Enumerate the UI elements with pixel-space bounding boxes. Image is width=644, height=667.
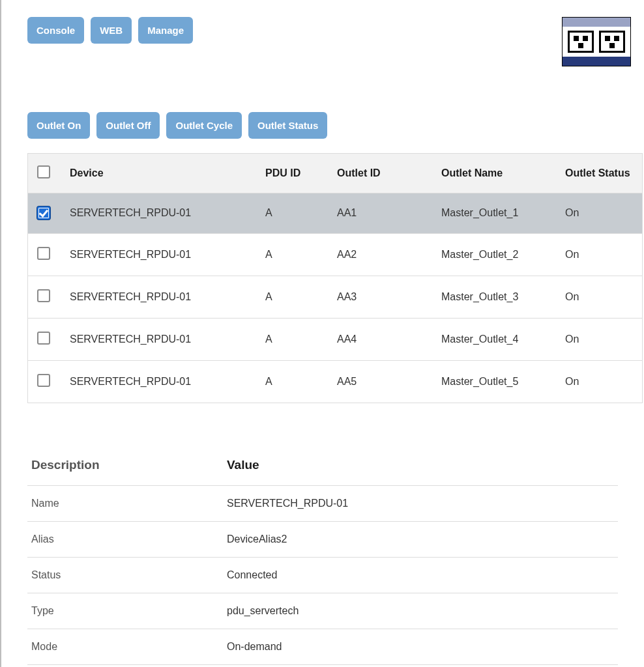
cell-outlet-id: AA1 [337, 207, 357, 218]
desc-value: SERVERTECH_RPDU-01 [227, 498, 348, 509]
desc-row: Name SERVERTECH_RPDU-01 [27, 485, 618, 521]
row-checkbox[interactable] [37, 206, 50, 220]
col-outlet-status: Outlet Status [565, 167, 630, 178]
desc-key: Name [31, 498, 59, 509]
desc-header-key: Description [31, 458, 100, 472]
cell-pdu-id: A [265, 207, 272, 218]
outlet-table: Device PDU ID Outlet ID Outlet Name Outl… [27, 153, 643, 403]
desc-value: pdu_servertech [227, 605, 299, 616]
cell-device: SERVERTECH_RPDU-01 [70, 334, 191, 345]
desc-row: Status Connected [27, 557, 618, 593]
cell-outlet-id: AA5 [337, 376, 357, 387]
cell-outlet-name: Master_Outlet_3 [441, 291, 518, 302]
outlet-table-header-row: Device PDU ID Outlet ID Outlet Name Outl… [28, 154, 642, 193]
desc-row: Alias DeviceAlias2 [27, 521, 618, 557]
table-row[interactable]: SERVERTECH_RPDU-01AAA3Master_Outlet_3On [28, 276, 642, 318]
desc-row: Mode On-demand [27, 629, 618, 664]
outlet-on-button[interactable]: Outlet On [27, 112, 90, 139]
desc-key: Type [31, 605, 54, 616]
desc-key: Alias [31, 533, 54, 545]
cell-pdu-id: A [265, 249, 272, 260]
cell-device: SERVERTECH_RPDU-01 [70, 249, 191, 260]
cell-outlet-id: AA3 [337, 291, 357, 302]
cell-outlet-status: On [565, 249, 579, 260]
table-row[interactable]: SERVERTECH_RPDU-01AAA4Master_Outlet_4On [28, 318, 642, 360]
console-button[interactable]: Console [27, 17, 84, 44]
cell-outlet-id: AA2 [337, 249, 357, 260]
cell-device: SERVERTECH_RPDU-01 [70, 376, 191, 387]
cell-outlet-status: On [565, 376, 579, 387]
outlet-off-button[interactable]: Outlet Off [96, 112, 160, 139]
table-row[interactable]: SERVERTECH_RPDU-01AAA1Master_Outlet_1On [28, 193, 642, 234]
col-outlet-name: Outlet Name [441, 167, 503, 178]
cell-outlet-name: Master_Outlet_5 [441, 376, 518, 387]
select-all-checkbox[interactable] [37, 165, 50, 178]
desc-value: DeviceAlias2 [227, 533, 287, 545]
top-bar: Console WEB Manage [27, 17, 644, 66]
desc-key: Status [31, 569, 61, 580]
outlet-cycle-button[interactable]: Outlet Cycle [166, 112, 242, 139]
row-checkbox[interactable] [37, 374, 50, 387]
table-row[interactable]: SERVERTECH_RPDU-01AAA5Master_Outlet_5On [28, 360, 642, 403]
cell-outlet-id: AA4 [337, 334, 357, 345]
cell-pdu-id: A [265, 291, 272, 302]
cell-outlet-name: Master_Outlet_1 [441, 207, 518, 218]
col-device: Device [70, 167, 104, 178]
desc-key: Mode [31, 641, 57, 652]
desc-value: On-demand [227, 641, 282, 652]
desc-value: Connected [227, 569, 277, 580]
desc-row: Type pdu_servertech [27, 593, 618, 629]
cell-pdu-id: A [265, 334, 272, 345]
pdu-logo-icon [562, 17, 631, 66]
row-checkbox[interactable] [37, 289, 50, 302]
table-row[interactable]: SERVERTECH_RPDU-01AAA2Master_Outlet_2On [28, 233, 642, 276]
web-button[interactable]: WEB [91, 17, 132, 44]
desc-header-value: Value [227, 458, 259, 472]
outlet-status-button[interactable]: Outlet Status [248, 112, 327, 139]
cell-outlet-name: Master_Outlet_2 [441, 249, 518, 260]
description-section: Description Value Name SERVERTECH_RPDU-0… [27, 449, 644, 668]
row-checkbox[interactable] [37, 247, 50, 260]
manage-button[interactable]: Manage [138, 17, 193, 44]
cell-outlet-status: On [565, 334, 579, 345]
col-outlet-id: Outlet ID [337, 167, 381, 178]
cell-outlet-name: Master_Outlet_4 [441, 334, 518, 345]
cell-outlet-status: On [565, 291, 579, 302]
top-button-row: Console WEB Manage [27, 17, 193, 44]
desc-row: Licensed Yes [27, 664, 618, 667]
cell-pdu-id: A [265, 376, 272, 387]
cell-device: SERVERTECH_RPDU-01 [70, 291, 191, 302]
row-checkbox[interactable] [37, 332, 50, 345]
cell-device: SERVERTECH_RPDU-01 [70, 207, 191, 218]
outlet-action-row: Outlet On Outlet Off Outlet Cycle Outlet… [27, 112, 644, 139]
cell-outlet-status: On [565, 207, 579, 218]
col-pdu-id: PDU ID [265, 167, 300, 178]
